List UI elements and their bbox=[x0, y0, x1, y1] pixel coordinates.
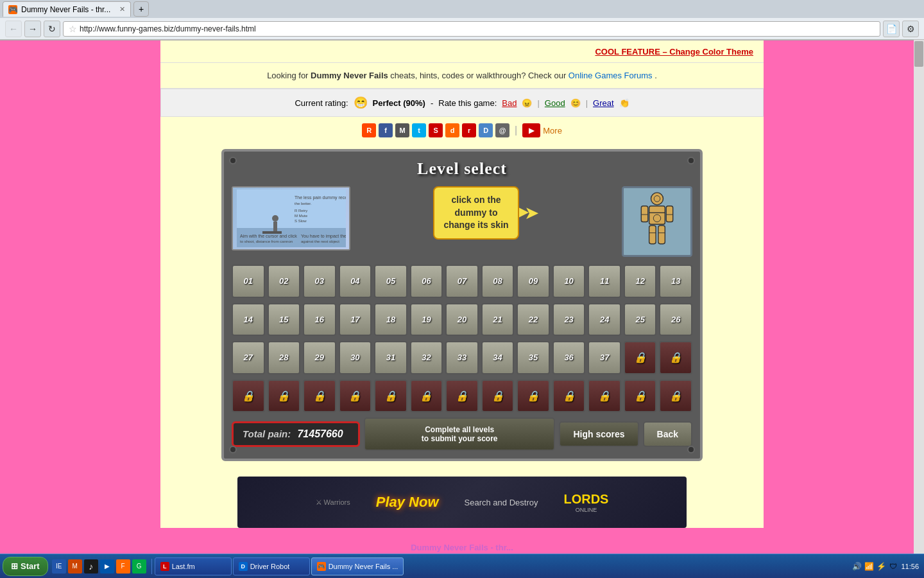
level-btn-15[interactable]: 15 bbox=[268, 303, 301, 337]
level-btn-30[interactable]: 30 bbox=[339, 341, 372, 374]
firefox-icon[interactable]: F bbox=[116, 559, 130, 574]
level-btn-35[interactable]: 35 bbox=[517, 341, 550, 374]
level-btn-52-locked bbox=[659, 380, 692, 413]
page-menu-button[interactable]: 📄 bbox=[883, 21, 900, 37]
rating-dash: - bbox=[431, 98, 433, 108]
level-btn-20[interactable]: 20 bbox=[445, 303, 479, 337]
social-icon-myspace[interactable]: M bbox=[395, 123, 409, 137]
level-btn-44-locked bbox=[374, 380, 407, 413]
social-icon-delicious[interactable]: D bbox=[479, 123, 493, 137]
other-icon[interactable]: G bbox=[132, 559, 146, 574]
level-btn-24[interactable]: 24 bbox=[588, 303, 621, 337]
dummy-display[interactable] bbox=[622, 186, 692, 257]
social-icon-twitter[interactable]: t bbox=[412, 123, 426, 137]
social-icon-digg[interactable]: d bbox=[445, 123, 459, 137]
submit-score-button[interactable]: Complete all levelsto submit your score bbox=[364, 417, 555, 451]
level-btn-28[interactable]: 28 bbox=[268, 341, 301, 374]
rating-smiley-icon: 😁 bbox=[354, 96, 368, 110]
level-grid-row1: 01 02 03 04 05 06 07 08 09 10 11 12 13 bbox=[232, 265, 692, 298]
ie-icon[interactable]: IE bbox=[52, 559, 66, 574]
tools-menu-button[interactable]: ⚙ bbox=[902, 21, 919, 37]
social-icon-reddit[interactable]: r bbox=[462, 123, 476, 137]
preview-svg: The less pain dummy receives the better.… bbox=[237, 189, 346, 247]
level-btn-03[interactable]: 03 bbox=[303, 265, 336, 298]
level-btn-23[interactable]: 23 bbox=[552, 303, 586, 337]
refresh-button[interactable]: ↻ bbox=[44, 21, 60, 37]
level-btn-43-locked bbox=[339, 380, 372, 413]
scrollbar-thumb[interactable] bbox=[914, 41, 923, 67]
level-btn-26[interactable]: 26 bbox=[659, 303, 692, 337]
social-bar: R f M t S d r D @ | ▶ More bbox=[160, 117, 764, 144]
footer-text: Dummy Never Fails - thr... bbox=[0, 543, 924, 552]
level-btn-01[interactable]: 01 bbox=[232, 265, 265, 298]
new-tab-button[interactable]: + bbox=[133, 1, 149, 17]
level-btn-34[interactable]: 34 bbox=[481, 341, 515, 374]
high-scores-button[interactable]: High scores bbox=[559, 421, 638, 447]
mail-icon[interactable]: M bbox=[68, 559, 82, 574]
level-btn-18[interactable]: 18 bbox=[374, 303, 407, 337]
level-btn-41-locked bbox=[268, 380, 301, 413]
preview-thumbnail[interactable]: The less pain dummy receives the better.… bbox=[232, 186, 350, 250]
scrollbar[interactable] bbox=[914, 40, 924, 554]
forums-link[interactable]: Online Games Forums bbox=[569, 71, 653, 80]
taskbar-item-driverrobot[interactable]: D Driver Robot bbox=[233, 557, 310, 575]
vlc-icon[interactable]: ▶ bbox=[100, 559, 114, 574]
tab-close-button[interactable]: ✕ bbox=[119, 5, 125, 13]
level-btn-09[interactable]: 09 bbox=[517, 265, 550, 298]
browser-chrome: 🎮 Dummy Never Fails - thr... ✕ + ← → ↻ ☆… bbox=[0, 0, 924, 40]
taskbar-tray: 🔊 📶 ⚡ 🛡 11:56 bbox=[851, 561, 921, 572]
winamp-icon[interactable]: ♪ bbox=[84, 559, 98, 574]
social-icon-rss[interactable]: R bbox=[362, 123, 376, 137]
level-btn-07[interactable]: 07 bbox=[445, 265, 479, 298]
level-btn-05[interactable]: 05 bbox=[374, 265, 407, 298]
level-btn-31[interactable]: 31 bbox=[374, 341, 407, 374]
dummy-figure bbox=[631, 191, 683, 252]
dummy-area: click on thedummy tochange its skin ➤ bbox=[358, 186, 614, 240]
level-btn-19[interactable]: 19 bbox=[410, 303, 443, 337]
social-icon-email[interactable]: @ bbox=[495, 123, 509, 137]
start-label: Start bbox=[21, 561, 40, 571]
level-btn-12[interactable]: 12 bbox=[624, 265, 657, 298]
taskbar-item-lastfm[interactable]: L Last.fm bbox=[155, 557, 232, 575]
level-btn-02[interactable]: 02 bbox=[268, 265, 301, 298]
level-btn-08[interactable]: 08 bbox=[481, 265, 515, 298]
great-rating-link[interactable]: Great bbox=[593, 98, 614, 108]
level-btn-11[interactable]: 11 bbox=[588, 265, 621, 298]
level-btn-32[interactable]: 32 bbox=[410, 341, 443, 374]
social-icon-facebook[interactable]: f bbox=[379, 123, 393, 137]
level-btn-29[interactable]: 29 bbox=[303, 341, 336, 374]
start-button[interactable]: ⊞ Start bbox=[3, 557, 48, 576]
bad-rating-link[interactable]: Bad bbox=[502, 98, 517, 108]
footer-label: Dummy Never Fails - thr... bbox=[411, 543, 513, 552]
preview-content: The less pain dummy receives the better.… bbox=[233, 188, 349, 249]
taskbar-item-dummyneverfails[interactable]: 🎮 Dummy Never Fails ... bbox=[311, 557, 404, 575]
active-tab[interactable]: 🎮 Dummy Never Fails - thr... ✕ bbox=[3, 1, 131, 17]
forward-button[interactable]: → bbox=[24, 21, 41, 37]
more-link[interactable]: More bbox=[543, 126, 562, 136]
level-btn-25[interactable]: 25 bbox=[624, 303, 657, 337]
back-button[interactable]: ← bbox=[5, 21, 22, 37]
good-rating-link[interactable]: Good bbox=[545, 98, 565, 108]
level-btn-06[interactable]: 06 bbox=[410, 265, 443, 298]
social-icon-stumble[interactable]: S bbox=[429, 123, 443, 137]
level-btn-17[interactable]: 17 bbox=[339, 303, 372, 337]
back-button-game[interactable]: Back bbox=[643, 421, 692, 447]
game-container: Level select bbox=[221, 149, 703, 461]
level-btn-14[interactable]: 14 bbox=[232, 303, 265, 337]
rating-label: Current rating: bbox=[295, 98, 348, 108]
level-btn-16[interactable]: 16 bbox=[303, 303, 336, 337]
level-btn-22[interactable]: 22 bbox=[517, 303, 550, 337]
banner-ad[interactable]: ⚔ Warriors Play Now Search and Destroy L… bbox=[237, 477, 687, 528]
level-btn-36[interactable]: 36 bbox=[552, 341, 586, 374]
level-btn-33[interactable]: 33 bbox=[445, 341, 479, 374]
level-btn-13[interactable]: 13 bbox=[659, 265, 692, 298]
social-icon-youtube[interactable]: ▶ bbox=[522, 123, 540, 137]
level-btn-04[interactable]: 04 bbox=[339, 265, 372, 298]
address-text: http://www.funny-games.biz/dummy-never-f… bbox=[80, 24, 256, 33]
level-btn-37[interactable]: 37 bbox=[588, 341, 621, 374]
address-bar[interactable]: ☆ http://www.funny-games.biz/dummy-never… bbox=[63, 21, 880, 37]
level-btn-10[interactable]: 10 bbox=[552, 265, 586, 298]
cool-feature-link[interactable]: COOL FEATURE – Change Color Theme bbox=[595, 47, 753, 57]
level-btn-27[interactable]: 27 bbox=[232, 341, 265, 374]
level-btn-21[interactable]: 21 bbox=[481, 303, 515, 337]
